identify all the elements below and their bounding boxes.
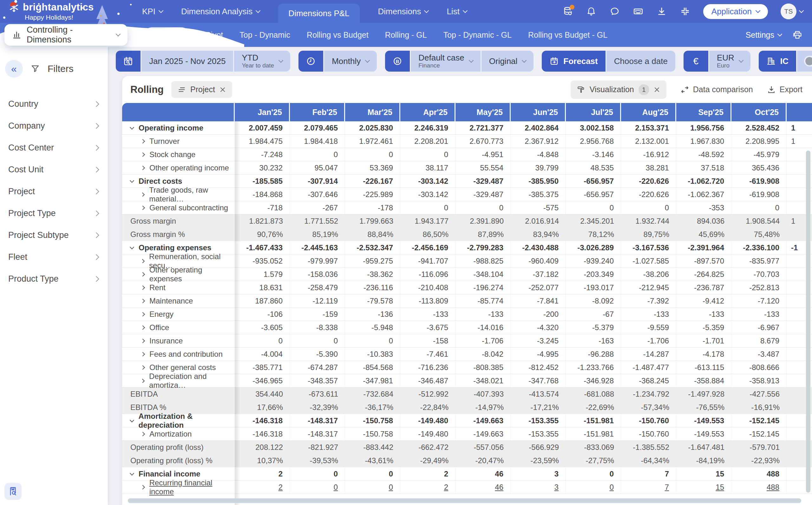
chevron-down-icon[interactable] (130, 418, 134, 422)
chevron-right-icon[interactable] (140, 312, 145, 316)
chevron-right-icon[interactable] (140, 299, 145, 303)
nav-item-dimension-analysis[interactable]: Dimension Analysis (181, 0, 260, 23)
forecast-button[interactable]: Forecast (542, 51, 605, 71)
table-row[interactable]: Office-3.605-8.338-5.948-3.675-14.016-4.… (122, 321, 812, 334)
vertical-scrollbar[interactable] (806, 151, 810, 493)
view-tab-top-dynamic-gl[interactable]: Top - Dynamic - GL (443, 30, 511, 40)
table-row[interactable]: Gross margin %90,76%85,19%88,84%86,50%87… (122, 228, 812, 241)
data-comparison-button[interactable]: Data comparison (680, 85, 753, 94)
header-cell-oct-25[interactable]: Oct'25 (731, 103, 787, 121)
table-row[interactable]: Trade goods, raw material…-184.868-307.6… (122, 188, 812, 201)
sidebar-item-project[interactable]: Project (0, 181, 108, 202)
sidebar-item-cost-unit[interactable]: Cost Unit (0, 159, 108, 181)
table-row[interactable]: Operating profit (loss) %10,37%-39,53%-4… (122, 454, 812, 467)
table-row[interactable]: Stock change-7.248000-4.951-4.848-3.146-… (122, 148, 812, 161)
chevron-down-icon[interactable] (130, 244, 134, 249)
close-icon[interactable] (654, 87, 660, 93)
application-menu-button[interactable]: Application (703, 4, 768, 19)
choose-date-button[interactable]: Choose a date (606, 51, 675, 71)
chevron-right-icon[interactable] (140, 352, 145, 356)
view-tab-rolling-vs-budget[interactable]: Rolling vs Budget (307, 30, 369, 40)
table-row[interactable]: Fees and contribution-4.004-5.390-10.383… (122, 348, 812, 361)
chevron-right-icon[interactable] (140, 205, 145, 210)
print-icon[interactable] (792, 30, 803, 40)
intercompany-button[interactable]: IC (759, 51, 796, 71)
chevron-right-icon[interactable] (140, 272, 145, 277)
chevron-right-icon[interactable] (140, 152, 145, 157)
chevron-right-icon[interactable] (140, 379, 145, 383)
header-cell-jun-25[interactable]: Jun'25 (511, 103, 566, 121)
header-cell-aug-25[interactable]: Aug'25 (621, 103, 676, 121)
header-cell-jan-25[interactable]: Jan'25 (235, 103, 290, 121)
currency-dropdown[interactable]: EUR Euro (709, 51, 750, 71)
chat-icon[interactable] (609, 6, 620, 17)
budget-case-icon[interactable]: B (385, 51, 410, 71)
chevron-right-icon[interactable] (140, 365, 145, 369)
chevron-right-icon[interactable] (140, 325, 145, 329)
period-mode-dropdown[interactable]: YTD Year to date (234, 51, 290, 71)
header-cell-apr-25[interactable]: Apr'25 (400, 103, 456, 121)
table-row[interactable]: EBITDA354.440-673.611-732.684-512.992-40… (122, 387, 812, 401)
table-row[interactable]: Rent18.631-258.479-236.116-210.408-196.2… (122, 281, 812, 294)
knowledge-search-button[interactable] (4, 483, 22, 500)
table-row[interactable]: Turnover1.984.4751.984.4181.972.4612.208… (122, 135, 812, 148)
table-row[interactable]: Operating income2.007.4592.079.4652.025.… (122, 121, 812, 135)
case-dropdown[interactable]: Default case Finance (411, 51, 480, 71)
report-selector[interactable]: Controlling - Dimensions (4, 24, 127, 46)
user-menu[interactable]: TS (781, 3, 803, 19)
version-dropdown[interactable]: Original (481, 51, 534, 71)
euro-icon[interactable]: € (684, 51, 708, 71)
chevron-right-icon[interactable] (140, 285, 145, 290)
chevron-right-icon[interactable] (140, 192, 145, 197)
nav-item-list[interactable]: List (447, 0, 467, 23)
view-tab-rolling-vs-budget-gl[interactable]: Rolling vs Budget - GL (528, 30, 607, 40)
view-tab-rolling[interactable]: Rolling (144, 27, 189, 43)
table-row[interactable]: Insurance000-158-1.706-3.245-163-1.706-1… (122, 334, 812, 348)
chevron-right-icon[interactable] (140, 338, 145, 343)
dimension-chip[interactable]: Project (171, 81, 232, 98)
chevron-right-icon[interactable] (140, 432, 145, 436)
settings-button[interactable]: Settings (746, 30, 782, 40)
table-row[interactable]: Amortization & depreciation-146.318-148.… (122, 414, 812, 428)
collapse-sidebar-button[interactable]: « (5, 60, 23, 77)
data-sync-icon[interactable] (562, 6, 573, 17)
nav-item-dimensions[interactable]: Dimensions (378, 0, 429, 23)
table-row[interactable]: Amortization-146.318-148.317-150.758-149… (122, 428, 812, 441)
header-cell-sep-25[interactable]: Sep'25 (676, 103, 731, 121)
download-icon[interactable] (656, 6, 667, 17)
header-cell-may-25[interactable]: May'25 (456, 103, 511, 121)
sidebar-item-project-subtype[interactable]: Project Subtype (0, 224, 108, 246)
sidebar-item-fleet[interactable]: Fleet (0, 246, 108, 268)
nav-item-kpi[interactable]: KPI (142, 0, 163, 23)
chevron-down-icon[interactable] (130, 471, 134, 475)
sidebar-item-product-type[interactable]: Product Type (0, 268, 108, 290)
intercompany-toggle[interactable] (797, 51, 812, 71)
compress-icon[interactable] (680, 6, 691, 17)
chevron-right-icon[interactable] (140, 165, 145, 170)
frequency-dropdown[interactable]: Monthly (324, 51, 377, 71)
table-row[interactable]: General subcontracting-718-267-17800-575… (122, 201, 812, 214)
keyboard-icon[interactable] (633, 6, 644, 17)
header-cell-mar-25[interactable]: Mar'25 (345, 103, 400, 121)
table-row[interactable]: Gross margin1.821.8731.771.5521.799.6631… (122, 214, 812, 228)
header-cell-feb-25[interactable]: Feb'25 (290, 103, 345, 121)
table-row[interactable]: Energy-106-159-136-133-133-200-67-133-13… (122, 308, 812, 321)
table-row[interactable]: Depreciation and amortiza…-346.965-348.3… (122, 374, 812, 387)
sidebar-item-cost-center[interactable]: Cost Center (0, 137, 108, 159)
chevron-right-icon[interactable] (140, 139, 145, 143)
clock-icon[interactable] (299, 51, 323, 71)
table-row[interactable]: Operating profit (loss)208.122-821.927-8… (122, 441, 812, 454)
notifications-bell-icon[interactable] (586, 6, 597, 17)
export-button[interactable]: Export (767, 85, 803, 94)
chevron-right-icon[interactable] (140, 259, 145, 263)
visualization-chip[interactable]: Visualization 1 (571, 80, 666, 99)
sidebar-item-country[interactable]: Country (0, 93, 108, 115)
table-row[interactable]: Other operating expenses1.579-158.036-38… (122, 268, 812, 281)
view-tab-pivot[interactable]: Pivot (206, 30, 223, 40)
header-cell-jul-25[interactable]: Jul'25 (566, 103, 621, 121)
nav-item-dimensions-p-l[interactable]: Dimensions P&L (278, 4, 359, 23)
table-row[interactable]: Recurring financial income20024630715488 (122, 481, 812, 494)
view-tab-top-dynamic[interactable]: Top - Dynamic (239, 30, 290, 40)
chevron-down-icon[interactable] (130, 125, 134, 129)
view-tab-rolling-gl[interactable]: Rolling - GL (385, 30, 427, 40)
